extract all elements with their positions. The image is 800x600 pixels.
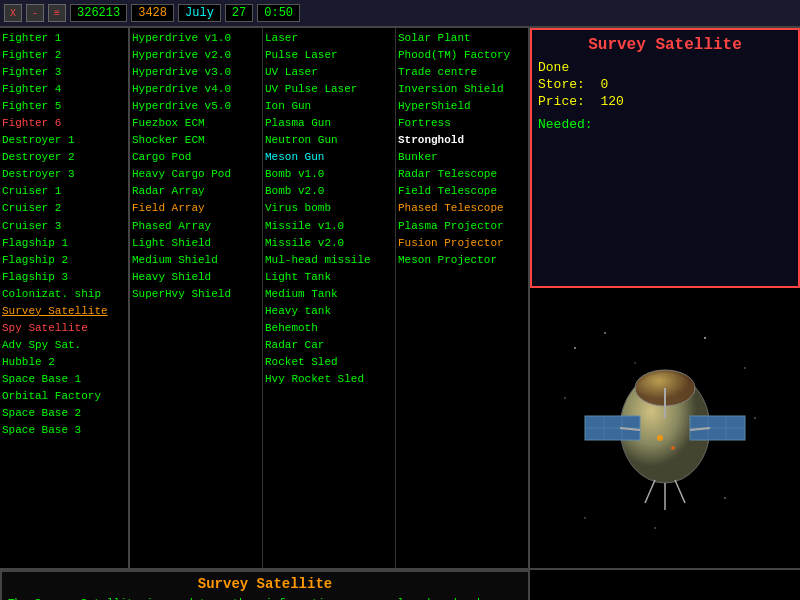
building-item[interactable]: Field Telescope [398,183,526,200]
time-display: 0:50 [257,4,300,22]
equipment-item[interactable]: Shocker ECM [132,132,260,149]
weapon-item[interactable]: Behemoth [265,320,393,337]
building-item[interactable]: Plasma Projector [398,218,526,235]
store-row: Store: 0 [538,77,792,92]
ship-list-item[interactable]: Fighter 4 [2,81,126,98]
ship-list-item[interactable]: Survey Satellite [2,303,126,320]
equipment-item[interactable]: Heavy Shield [132,269,260,286]
svg-point-5 [564,397,566,399]
weapon-item[interactable]: Bomb v1.0 [265,166,393,183]
ship-list-item[interactable]: Fighter 6 [2,115,126,132]
equipment-item[interactable]: Light Shield [132,235,260,252]
ship-list-item[interactable]: Space Base 3 [2,422,126,439]
right-button-area: PRODUCT RESEARCH [530,570,800,600]
weapon-item[interactable]: Plasma Gun [265,115,393,132]
building-item[interactable]: HyperShield [398,98,526,115]
weapon-item[interactable]: Ion Gun [265,98,393,115]
equipment-item[interactable]: Medium Shield [132,252,260,269]
ship-list-item[interactable]: Flagship 1 [2,235,126,252]
weapon-item[interactable]: UV Laser [265,64,393,81]
svg-point-26 [657,435,663,441]
buildings-column: Solar PlantPhood(TM) FactoryTrade centre… [396,28,528,568]
building-item[interactable]: Trade centre [398,64,526,81]
ship-list-item[interactable]: Hubble 2 [2,354,126,371]
ship-list-item[interactable]: Cruiser 1 [2,183,126,200]
minimize-button[interactable]: - [26,4,44,22]
building-item[interactable]: Phased Telescope [398,200,526,217]
ship-list-item[interactable]: Flagship 3 [2,269,126,286]
close-button[interactable]: X [4,4,22,22]
svg-point-27 [671,446,675,450]
weapon-item[interactable]: Medium Tank [265,286,393,303]
svg-line-25 [675,480,685,503]
weapon-item[interactable]: Hvy Rocket Sled [265,371,393,388]
equipment-item[interactable]: Hyperdrive v4.0 [132,81,260,98]
ship-list-item[interactable]: Cruiser 2 [2,200,126,217]
ship-list-item[interactable]: Destroyer 2 [2,149,126,166]
equipment-column: Hyperdrive v1.0Hyperdrive v2.0Hyperdrive… [130,28,263,568]
ship-list-item[interactable]: Fighter 3 [2,64,126,81]
svg-point-4 [744,367,746,369]
equipment-item[interactable]: Cargo Pod [132,149,260,166]
building-item[interactable]: Stronghold [398,132,526,149]
equipment-item[interactable]: Hyperdrive v3.0 [132,64,260,81]
svg-point-9 [654,527,656,529]
building-item[interactable]: Phood(TM) Factory [398,47,526,64]
ship-list-item[interactable]: Flagship 2 [2,252,126,269]
satellite-svg [555,318,775,538]
building-item[interactable]: Fusion Projector [398,235,526,252]
menu-button[interactable]: ≡ [48,4,66,22]
weapon-item[interactable]: UV Pulse Laser [265,81,393,98]
item-name-title: Survey Satellite [538,36,792,54]
equipment-item[interactable]: Phased Array [132,218,260,235]
building-item[interactable]: Bunker [398,149,526,166]
svg-line-23 [645,480,655,503]
equipment-item[interactable]: Hyperdrive v1.0 [132,30,260,47]
weapon-item[interactable]: Pulse Laser [265,47,393,64]
weapon-item[interactable]: Light Tank [265,269,393,286]
ship-list-item[interactable]: Colonizat. ship [2,286,126,303]
building-item[interactable]: Radar Telescope [398,166,526,183]
weapon-item[interactable]: Mul-head missile [265,252,393,269]
building-item[interactable]: Solar Plant [398,30,526,47]
description-area: Survey Satellite The Survey Satellite is… [0,570,530,600]
svg-point-3 [704,337,706,339]
equipment-item[interactable]: Radar Array [132,183,260,200]
ship-list-item[interactable]: Destroyer 1 [2,132,126,149]
ship-list-item[interactable]: Cruiser 3 [2,218,126,235]
building-item[interactable]: Inversion Shield [398,81,526,98]
weapon-item[interactable]: Virus bomb [265,200,393,217]
ship-list-item[interactable]: Fighter 5 [2,98,126,115]
ship-list: Fighter 1Fighter 2Fighter 3Fighter 4Figh… [2,30,126,439]
weapon-item[interactable]: Missile v1.0 [265,218,393,235]
equipment-item[interactable]: SuperHvy Shield [132,286,260,303]
svg-point-1 [604,332,606,334]
weapon-item[interactable]: Missile v2.0 [265,235,393,252]
weapon-item[interactable]: Radar Car [265,337,393,354]
store-label: Store: [538,77,585,92]
ship-list-item[interactable]: Destroyer 3 [2,166,126,183]
ship-list-item[interactable]: Fighter 1 [2,30,126,47]
weapon-item[interactable]: Heavy tank [265,303,393,320]
equipment-item[interactable]: Fuezbox ECM [132,115,260,132]
weapon-item[interactable]: Meson Gun [265,149,393,166]
description-title: Survey Satellite [8,576,522,592]
ship-list-item[interactable]: Orbital Factory [2,388,126,405]
weapon-item[interactable]: Laser [265,30,393,47]
equipment-item[interactable]: Field Array [132,200,260,217]
weapon-item[interactable]: Rocket Sled [265,354,393,371]
done-label: Done [538,60,569,75]
ship-list-item[interactable]: Space Base 1 [2,371,126,388]
equipment-item[interactable]: Hyperdrive v5.0 [132,98,260,115]
ship-list-item[interactable]: Adv Spy Sat. [2,337,126,354]
building-item[interactable]: Meson Projector [398,252,526,269]
equipment-item[interactable]: Hyperdrive v2.0 [132,47,260,64]
ship-list-panel: Fighter 1Fighter 2Fighter 3Fighter 4Figh… [0,28,130,568]
ship-list-item[interactable]: Space Base 2 [2,405,126,422]
weapon-item[interactable]: Neutron Gun [265,132,393,149]
equipment-item[interactable]: Heavy Cargo Pod [132,166,260,183]
ship-list-item[interactable]: Spy Satellite [2,320,126,337]
ship-list-item[interactable]: Fighter 2 [2,47,126,64]
weapon-item[interactable]: Bomb v2.0 [265,183,393,200]
building-item[interactable]: Fortress [398,115,526,132]
